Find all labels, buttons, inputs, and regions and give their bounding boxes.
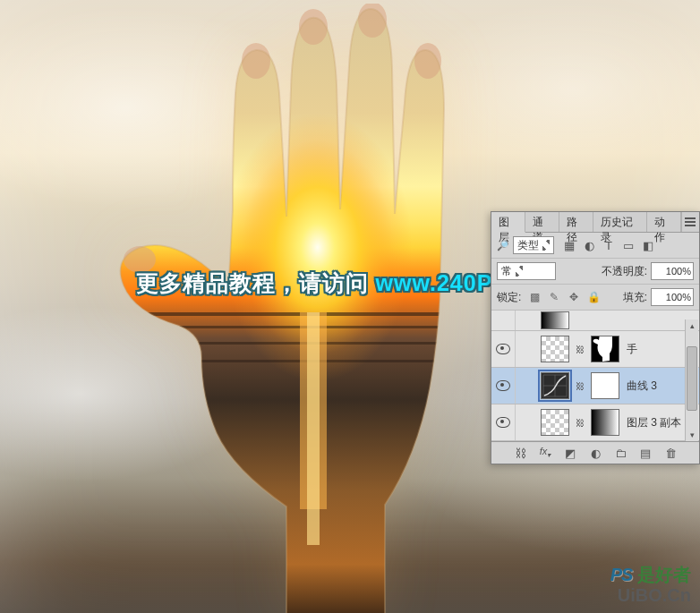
lock-paint-icon[interactable]: ✎ xyxy=(548,291,560,303)
chevron-updown-icon xyxy=(516,266,523,277)
layer-mask-thumbnail xyxy=(591,372,619,399)
uibo-text: UiBO.Cn xyxy=(610,585,691,606)
panel-menu-button[interactable] xyxy=(681,212,699,232)
add-mask-button[interactable]: ◩ xyxy=(563,447,577,460)
filter-row: 🔎 类型 ▦ ◐ T ▭ ◧ xyxy=(491,233,699,259)
opacity-value: 100% xyxy=(666,266,691,277)
layer-row[interactable]: ⛓ 曲线 3 xyxy=(491,368,699,404)
new-group-button[interactable]: 🗀 xyxy=(613,447,627,460)
svg-point-12 xyxy=(124,246,156,273)
blend-row: 常 不透明度: 100% xyxy=(491,259,699,285)
layer-name-label: 手 xyxy=(625,342,694,357)
filter-adjust-icon[interactable]: ◐ xyxy=(583,239,595,252)
hand-composite-image xyxy=(116,4,501,613)
opacity-input[interactable]: 100% xyxy=(651,262,694,280)
scroll-down-arrow[interactable]: ▾ xyxy=(686,429,698,441)
fill-value: 100% xyxy=(666,292,691,302)
filter-shape-icon[interactable]: ▭ xyxy=(622,239,635,252)
cn-text: 是好者 xyxy=(637,565,691,584)
layers-scrollbar[interactable]: ▴ ▾ xyxy=(685,319,698,441)
layer-thumbnail xyxy=(541,311,569,329)
lock-position-icon[interactable]: ✥ xyxy=(568,291,580,303)
svg-point-9 xyxy=(299,9,328,45)
fill-input[interactable]: 100% xyxy=(651,288,694,306)
layer-thumbnail xyxy=(541,336,569,362)
fx-button[interactable]: fx▾ xyxy=(538,446,552,459)
lock-label: 锁定: xyxy=(497,290,521,305)
layer-row[interactable] xyxy=(491,311,699,331)
eye-icon xyxy=(496,380,510,391)
panel-tab-strip: 图层 通道 路径 历史记录 动作 xyxy=(491,212,699,233)
layer-row[interactable]: ⛓ 图层 3 副本 xyxy=(491,404,699,441)
tab-actions[interactable]: 动作 xyxy=(647,212,681,232)
document-canvas: 更多精品教程，请访问 www.240PS.com PS 是好者 UiBO.Cn … xyxy=(0,0,700,613)
delete-layer-button[interactable]: 🗑 xyxy=(663,447,678,460)
eye-icon xyxy=(496,344,510,354)
layers-panel: 图层 通道 路径 历史记录 动作 🔎 类型 ▦ ◐ T ▭ ◧ 常 xyxy=(491,211,700,464)
filter-smart-icon[interactable]: ◧ xyxy=(642,239,654,252)
mask-link-icon[interactable]: ⛓ xyxy=(575,418,585,428)
eye-icon xyxy=(496,417,510,428)
lock-row: 锁定: ▩ ✎ ✥ 🔒 填充: 100% xyxy=(491,285,699,311)
fill-label: 填充: xyxy=(623,290,647,305)
layer-thumbnail xyxy=(541,409,569,436)
visibility-toggle[interactable] xyxy=(491,368,516,404)
opacity-label: 不透明度: xyxy=(602,264,647,279)
filter-icons: ▦ ◐ T ▭ ◧ xyxy=(563,239,654,252)
new-adjustment-button[interactable]: ◐ xyxy=(588,447,602,460)
svg-rect-7 xyxy=(307,312,320,545)
blend-mode-dropdown[interactable]: 常 xyxy=(497,262,556,280)
layer-name-label: 曲线 3 xyxy=(625,379,694,394)
visibility-toggle[interactable] xyxy=(491,311,516,330)
filter-pixel-icon[interactable]: ▦ xyxy=(563,239,576,252)
tab-channels[interactable]: 通道 xyxy=(525,212,559,232)
mask-link-icon[interactable]: ⛓ xyxy=(575,345,585,354)
lock-transparent-icon[interactable]: ▩ xyxy=(528,291,541,303)
panel-bottom-toolbar: ⛓ fx▾ ◩ ◐ 🗀 ▤ 🗑 xyxy=(491,441,699,464)
layer-mask-thumbnail xyxy=(591,409,619,436)
tab-history[interactable]: 历史记录 xyxy=(593,212,646,232)
layer-name-label: 图层 3 副本 xyxy=(625,415,694,430)
layer-mask-thumbnail xyxy=(591,336,619,362)
layer-row[interactable]: ⛓ 手 xyxy=(491,331,699,368)
new-layer-button[interactable]: ▤ xyxy=(638,447,653,460)
tab-layers[interactable]: 图层 xyxy=(491,212,525,233)
lock-all-icon[interactable]: 🔒 xyxy=(587,291,600,303)
tab-paths[interactable]: 路径 xyxy=(559,212,593,232)
scroll-up-arrow[interactable]: ▴ xyxy=(686,319,698,332)
visibility-toggle[interactable] xyxy=(491,331,516,367)
ps-logo-text: PS xyxy=(610,565,633,584)
hamburger-icon xyxy=(685,217,696,226)
search-icon: 🔎 xyxy=(497,240,509,251)
svg-point-8 xyxy=(242,43,270,79)
kind-label: 类型 xyxy=(517,238,539,253)
chevron-updown-icon xyxy=(542,240,550,251)
blend-mode-value: 常 xyxy=(501,264,512,279)
layer-kind-dropdown[interactable]: 类型 xyxy=(513,236,554,254)
layer-list: ⛓ 手 ⛓ xyxy=(491,311,699,441)
site-watermark: PS 是好者 UiBO.Cn xyxy=(610,563,691,606)
filter-type-icon[interactable]: T xyxy=(602,239,615,252)
visibility-toggle[interactable] xyxy=(491,404,516,440)
mask-link-icon[interactable]: ⛓ xyxy=(575,381,585,391)
scrollbar-thumb[interactable] xyxy=(687,346,697,411)
adjustment-thumbnail xyxy=(541,372,569,399)
link-layers-button[interactable]: ⛓ xyxy=(513,447,527,460)
